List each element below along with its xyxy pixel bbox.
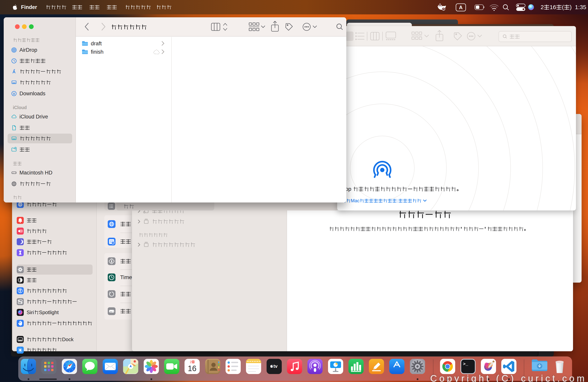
svg-text:tv: tv [273, 363, 278, 369]
svg-text:A: A [459, 4, 463, 10]
svg-text:16: 16 [188, 364, 197, 373]
svg-text:>_: >_ [463, 362, 468, 367]
svg-text:2: 2 [190, 361, 192, 364]
